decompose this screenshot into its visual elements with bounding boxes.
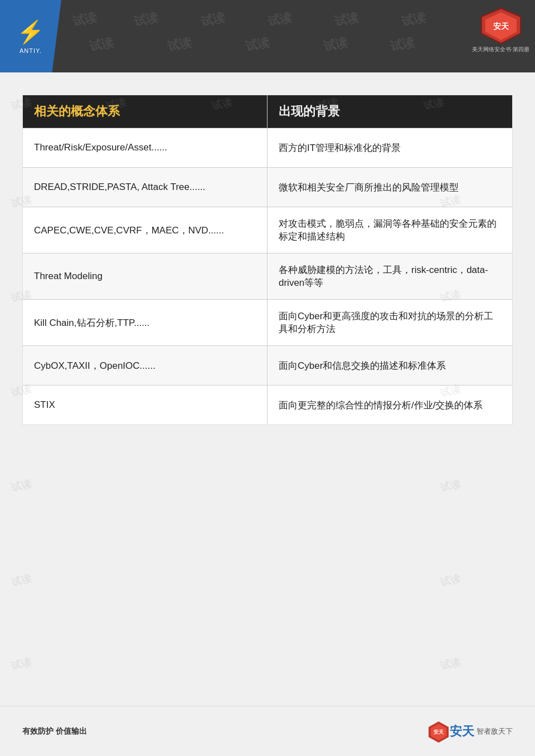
cell-right-2: 微软和相关安全厂商所推出的风险管理模型 [268,168,512,207]
wm-11: 试读 [389,34,416,55]
logo-bolt-icon: ⚡ [17,19,45,45]
wm-7: 试读 [88,34,115,55]
footer-slogan: 智者敌天下 [476,726,513,737]
table-row: CybOX,TAXII，OpenIOC...... 面向Cyber和信息交换的描… [23,346,512,386]
table-row: Threat Modeling 各种威胁建模的方法论，工具，risk-centr… [23,253,512,300]
wm-5: 试读 [333,9,361,30]
wm-2: 试读 [133,9,160,30]
pwm-16: 试读 [10,655,33,673]
cell-left-6: CybOX,TAXII，OpenIOC...... [23,346,268,385]
main-content: 相关的概念体系 出现的背景 Threat/Risk/Exposure/Asset… [22,95,513,425]
wm-1: 试读 [71,9,99,30]
cell-right-3: 对攻击模式，脆弱点，漏洞等各种基础的安全元素的标定和描述结构 [268,207,512,253]
footer-logo-brand: 安天 [450,723,474,740]
svg-text:安天: 安天 [493,22,509,31]
cell-left-1: Threat/Risk/Exposure/Asset...... [23,128,268,167]
table-row: Kill Chain,钻石分析,TTP...... 面向Cyber和更高强度的攻… [23,300,512,346]
col1-header: 相关的概念体系 [23,95,268,128]
footer-left-text: 有效防护 价值输出 [22,726,87,737]
cell-right-1: 西方的IT管理和标准化的背景 [268,128,512,167]
wm-3: 试读 [200,9,227,30]
wm-4: 试读 [266,9,294,30]
footer: 有效防护 价值输出 安天 安天 智者敌天下 [0,706,535,756]
logo-box: ⚡ ANTIY. [0,0,61,72]
header-watermark-container: 试读 试读 试读 试读 试读 试读 试读 试读 试读 试读 试读 [0,0,535,72]
table-body: Threat/Risk/Exposure/Asset...... 西方的IT管理… [23,128,512,425]
header-subtitle: 美天网络安全书·第四册 [472,46,529,53]
table-row: CAPEC,CWE,CVE,CVRF，MAEC，NVD...... 对攻击模式，… [23,207,512,253]
cell-left-4: Threat Modeling [23,253,268,299]
cell-right-5: 面向Cyber和更高强度的攻击和对抗的场景的分析工具和分析方法 [268,300,512,345]
pwm-13: 试读 [439,477,462,495]
footer-right: 安天 安天 智者敌天下 [427,720,513,743]
cell-left-3: CAPEC,CWE,CVE,CVRF，MAEC，NVD...... [23,207,268,253]
wm-10: 试读 [322,34,349,55]
table-row: DREAD,STRIDE,PASTA, Attack Tree...... 微软… [23,168,512,207]
col2-header: 出现的背景 [268,95,512,128]
cell-left-5: Kill Chain,钻石分析,TTP...... [23,300,268,345]
cell-right-4: 各种威胁建模的方法论，工具，risk-centric，data-driven等等 [268,253,512,299]
footer-logo-icon: 安天 [427,720,450,743]
cell-left-7: STIX [23,386,268,425]
header-right-logo: 安天 美天网络安全书·第四册 [472,6,529,53]
table-header-row: 相关的概念体系 出现的背景 [23,95,512,128]
pwm-12: 试读 [10,477,33,495]
pwm-17: 试读 [439,655,462,673]
wm-6: 试读 [400,9,427,30]
table-row: STIX 面向更完整的综合性的情报分析/作业/交换的体系 [23,386,512,425]
wm-8: 试读 [166,34,193,55]
cell-right-7: 面向更完整的综合性的情报分析/作业/交换的体系 [268,386,512,425]
cell-left-2: DREAD,STRIDE,PASTA, Attack Tree...... [23,168,268,207]
pwm-14: 试读 [10,572,33,589]
antiy-logo-icon: 安天 [479,6,523,45]
logo-text: ANTIY. [20,47,42,54]
svg-text:安天: 安天 [433,729,444,735]
header: ⚡ ANTIY. 试读 试读 试读 试读 试读 试读 试读 试读 试读 试读 试… [0,0,535,72]
pwm-15: 试读 [439,572,462,589]
table-row: Threat/Risk/Exposure/Asset...... 西方的IT管理… [23,128,512,168]
wm-9: 试读 [244,34,271,55]
cell-right-6: 面向Cyber和信息交换的描述和标准体系 [268,346,512,385]
